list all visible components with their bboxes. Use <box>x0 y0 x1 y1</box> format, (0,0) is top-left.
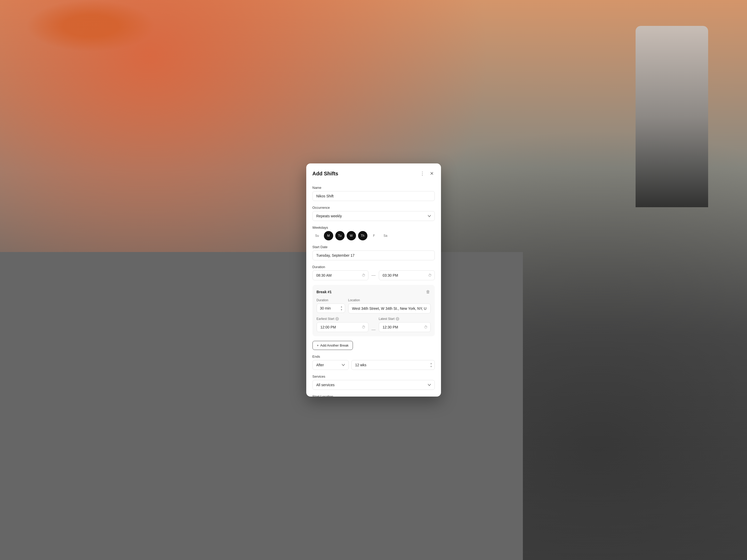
ends-spinners: ▲ ▼ <box>430 362 433 368</box>
start-date-wrapper <box>312 250 435 260</box>
break-1-location-field: Location <box>348 298 431 313</box>
earliest-start-input[interactable] <box>317 322 368 332</box>
weekdays-label: Weekdays <box>312 225 435 230</box>
ends-type-wrapper: After On date Never <box>312 360 349 370</box>
day-f[interactable]: F <box>369 231 379 240</box>
earliest-start-field: Earliest Start i ⏱ <box>317 317 368 332</box>
ends-value-input[interactable] <box>351 360 435 370</box>
break-1-header: Break #1 🗑 <box>317 289 431 295</box>
times-separator: — <box>371 327 376 332</box>
start-date-label: Start Date <box>312 245 435 249</box>
close-button[interactable]: ✕ <box>429 170 435 178</box>
modal-body: Name Occurrence Repeats weekly Does not … <box>306 182 441 397</box>
break-1-duration-spinners: ▲ ▼ <box>340 305 343 311</box>
occurrence-label: Occurrence <box>312 206 435 210</box>
break-1-card: Break #1 🗑 Duration ▲ ▼ <box>312 285 435 336</box>
start-time-wrapper: ⏱ <box>312 270 368 280</box>
more-options-icon: ⋮ <box>420 171 425 177</box>
break-1-duration-label: Duration <box>317 298 345 302</box>
duration-row: ⏱ — ⏱ <box>312 270 435 280</box>
occurrence-field-group: Occurrence Repeats weekly Does not repea… <box>312 206 435 221</box>
day-sa[interactable]: Sa <box>381 231 390 240</box>
latest-start-label: Latest Start <box>379 317 395 321</box>
break-1-duration-field: Duration ▲ ▼ <box>317 298 345 313</box>
name-field-group: Name <box>312 186 435 201</box>
break-1-duration-location-row: Duration ▲ ▼ Location <box>317 298 431 313</box>
ends-value-wrapper: ▲ ▼ <box>351 360 435 370</box>
duration-separator: — <box>371 273 376 278</box>
plus-icon: + <box>317 343 319 347</box>
break-1-times-row: Earliest Start i ⏱ — Latest Start i <box>317 317 431 332</box>
modal-title: Add Shifts <box>312 171 338 177</box>
start-time-input[interactable] <box>312 270 368 280</box>
header-actions: ⋮ ✕ <box>419 170 435 178</box>
weekdays-row: Su M Tu W Th F Sa <box>312 231 435 240</box>
earliest-start-label: Earliest Start <box>317 317 335 321</box>
services-label: Services <box>312 375 435 378</box>
modal-backdrop: Add Shifts ⋮ ✕ Name Occurrence Re <box>0 0 747 560</box>
ends-decrement[interactable]: ▼ <box>430 365 433 368</box>
start-location-label: Start Location <box>312 395 435 397</box>
day-tu[interactable]: Tu <box>335 231 344 240</box>
add-break-btn-wrapper: + Add Another Break <box>312 341 435 350</box>
ends-increment[interactable]: ▲ <box>430 362 433 365</box>
name-label: Name <box>312 186 435 190</box>
latest-start-input[interactable] <box>379 322 431 332</box>
trash-icon: 🗑 <box>426 290 430 294</box>
start-date-field-group: Start Date <box>312 245 435 260</box>
break-1-duration-wrapper: ▲ ▼ <box>317 303 345 313</box>
day-w[interactable]: W <box>347 231 356 240</box>
day-th[interactable]: Th <box>358 231 367 240</box>
duration-increment[interactable]: ▲ <box>340 305 343 308</box>
latest-start-info-icon[interactable]: i <box>396 317 399 321</box>
break-1-title: Break #1 <box>317 290 332 294</box>
modal-header: Add Shifts ⋮ ✕ <box>306 163 441 182</box>
add-another-break-label: Add Another Break <box>320 343 349 347</box>
more-options-button[interactable]: ⋮ <box>419 170 426 178</box>
break-1-location-label: Location <box>348 298 431 302</box>
earliest-start-label-row: Earliest Start i <box>317 317 368 321</box>
day-m[interactable]: M <box>324 231 333 240</box>
earliest-start-info-icon[interactable]: i <box>335 317 339 321</box>
end-time-wrapper: ⏱ <box>379 270 435 280</box>
duration-label: Duration <box>312 265 435 269</box>
latest-start-label-row: Latest Start i <box>379 317 431 321</box>
ends-field-group: Ends After On date Never ▲ ▼ <box>312 354 435 370</box>
ends-row: After On date Never ▲ ▼ <box>312 360 435 370</box>
add-shifts-modal: Add Shifts ⋮ ✕ Name Occurrence Re <box>306 163 441 397</box>
start-date-input[interactable] <box>312 250 435 260</box>
services-field-group: Services All services Rides Deliveries <box>312 375 435 390</box>
weekdays-field-group: Weekdays Su M Tu W Th F Sa <box>312 225 435 240</box>
start-location-field-group: Start Location <box>312 395 435 397</box>
services-select[interactable]: All services Rides Deliveries <box>312 380 435 390</box>
break-1-location-input[interactable] <box>348 303 431 313</box>
duration-decrement[interactable]: ▼ <box>340 309 343 311</box>
duration-field-group: Duration ⏱ — ⏱ <box>312 265 435 280</box>
end-time-input[interactable] <box>379 270 435 280</box>
ends-type-select[interactable]: After On date Never <box>312 360 349 370</box>
occurrence-select[interactable]: Repeats weekly Does not repeat Repeats m… <box>312 211 435 221</box>
earliest-start-wrapper: ⏱ <box>317 322 368 332</box>
day-su[interactable]: Su <box>312 231 322 240</box>
ends-label: Ends <box>312 354 435 358</box>
close-icon: ✕ <box>430 171 434 177</box>
delete-break-1-button[interactable]: 🗑 <box>426 289 431 295</box>
latest-start-wrapper: ⏱ <box>379 322 431 332</box>
name-input[interactable] <box>312 191 435 201</box>
latest-start-field: Latest Start i ⏱ <box>379 317 431 332</box>
add-another-break-button[interactable]: + Add Another Break <box>312 341 353 350</box>
